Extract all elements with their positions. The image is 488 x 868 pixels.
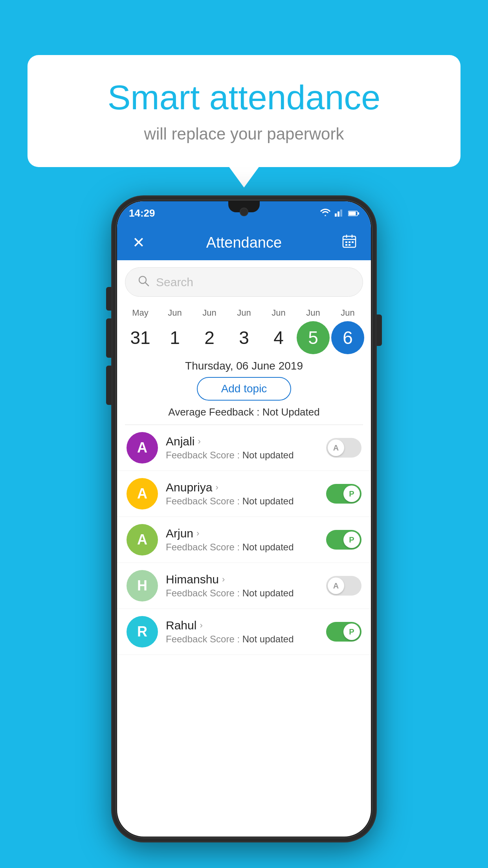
avg-feedback-value: Not Updated: [262, 406, 320, 418]
search-bar[interactable]: Search: [125, 267, 363, 297]
calendar-section: MayJunJunJunJunJunJun 31123456: [117, 304, 371, 354]
phone: 14:29: [112, 197, 376, 841]
avatar: A: [127, 524, 158, 555]
speech-bubble: Smart attendance will replace your paper…: [28, 55, 460, 167]
attendance-toggle[interactable]: P: [326, 530, 361, 550]
day-cell[interactable]: 6: [331, 321, 364, 354]
signal-icon: [335, 207, 344, 219]
svg-rect-1: [338, 211, 339, 217]
day-row: 31123456: [123, 321, 365, 354]
side-button-left-bot: [106, 366, 112, 405]
side-button-right: [376, 314, 382, 346]
feedback-score: Feedback Score : Not updated: [166, 496, 318, 507]
student-info: Arjun › Feedback Score : Not updated: [166, 527, 318, 553]
student-item: A Arjun › Feedback Score : Not updated P: [117, 517, 371, 563]
month-cell: May: [124, 308, 157, 318]
month-cell: Jun: [331, 308, 364, 318]
student-name[interactable]: Anupriya ›: [166, 481, 318, 494]
svg-rect-4: [349, 211, 356, 215]
bubble-title: Smart attendance: [59, 79, 429, 117]
svg-rect-11: [349, 241, 350, 243]
avatar: A: [127, 478, 158, 509]
avatar: H: [127, 570, 158, 601]
phone-camera: [240, 208, 248, 216]
attendance-toggle[interactable]: A: [326, 438, 361, 458]
svg-rect-12: [352, 241, 354, 243]
svg-rect-5: [358, 212, 359, 215]
day-cell[interactable]: 31: [124, 321, 157, 354]
day-cell[interactable]: 4: [262, 321, 295, 354]
month-row: MayJunJunJunJunJunJun: [123, 308, 365, 318]
bubble-subtitle: will replace your paperwork: [59, 125, 429, 143]
student-info: Himanshu › Feedback Score : Not updated: [166, 573, 318, 599]
month-cell: Jun: [262, 308, 295, 318]
attendance-toggle[interactable]: A: [326, 576, 361, 596]
avg-feedback-label: Average Feedback :: [168, 406, 259, 418]
status-time: 14:29: [129, 207, 155, 219]
search-icon: [137, 274, 150, 290]
avatar: A: [127, 432, 158, 463]
attendance-toggle[interactable]: P: [326, 622, 361, 642]
student-info: Anupriya › Feedback Score : Not updated: [166, 481, 318, 507]
feedback-score: Feedback Score : Not updated: [166, 634, 318, 645]
student-name[interactable]: Himanshu ›: [166, 573, 318, 586]
day-cell[interactable]: 3: [227, 321, 261, 354]
calendar-button[interactable]: [339, 234, 359, 252]
phone-screen: 14:29: [117, 201, 371, 837]
close-button[interactable]: ✕: [129, 234, 149, 251]
svg-line-16: [145, 283, 149, 286]
day-cell[interactable]: 1: [158, 321, 191, 354]
battery-icon: [348, 207, 359, 219]
feedback-score: Feedback Score : Not updated: [166, 450, 318, 461]
student-info: Rahul › Feedback Score : Not updated: [166, 619, 318, 645]
svg-rect-14: [349, 244, 350, 246]
app-bar: ✕ Attendance: [117, 225, 371, 260]
avatar: R: [127, 616, 158, 647]
feedback-score: Feedback Score : Not updated: [166, 588, 318, 599]
month-cell: Jun: [227, 308, 261, 318]
student-item: H Himanshu › Feedback Score : Not update…: [117, 563, 371, 609]
student-item: A Anupriya › Feedback Score : Not update…: [117, 471, 371, 517]
phone-wrapper: 14:29: [112, 197, 376, 841]
student-list: A Anjali › Feedback Score : Not updated …: [117, 425, 371, 655]
svg-rect-0: [335, 213, 337, 217]
wifi-icon: [320, 208, 331, 219]
app-bar-title: Attendance: [149, 234, 339, 251]
month-cell: Jun: [158, 308, 191, 318]
background: Smart attendance will replace your paper…: [0, 0, 488, 868]
add-topic-button[interactable]: Add topic: [197, 377, 291, 401]
student-info: Anjali › Feedback Score : Not updated: [166, 435, 318, 461]
phone-notch: [228, 200, 260, 212]
speech-bubble-container: Smart attendance will replace your paper…: [28, 55, 460, 167]
student-name[interactable]: Anjali ›: [166, 435, 318, 448]
side-button-left-mid: [106, 318, 112, 358]
day-cell[interactable]: 2: [193, 321, 226, 354]
student-name[interactable]: Rahul ›: [166, 619, 318, 632]
month-cell: Jun: [193, 308, 226, 318]
svg-rect-10: [345, 241, 347, 243]
student-item: R Rahul › Feedback Score : Not updated P: [117, 609, 371, 655]
svg-rect-2: [340, 210, 342, 217]
feedback-score: Feedback Score : Not updated: [166, 542, 318, 553]
side-button-left-top: [106, 287, 112, 311]
svg-rect-13: [345, 244, 347, 246]
avg-feedback: Average Feedback : Not Updated: [117, 406, 371, 418]
search-placeholder: Search: [156, 276, 193, 289]
student-name[interactable]: Arjun ›: [166, 527, 318, 540]
selected-date: Thursday, 06 June 2019: [117, 360, 371, 372]
day-cell[interactable]: 5: [297, 321, 330, 354]
month-cell: Jun: [297, 308, 330, 318]
student-item: A Anjali › Feedback Score : Not updated …: [117, 425, 371, 471]
attendance-toggle[interactable]: P: [326, 484, 361, 504]
status-icons: [320, 207, 359, 219]
